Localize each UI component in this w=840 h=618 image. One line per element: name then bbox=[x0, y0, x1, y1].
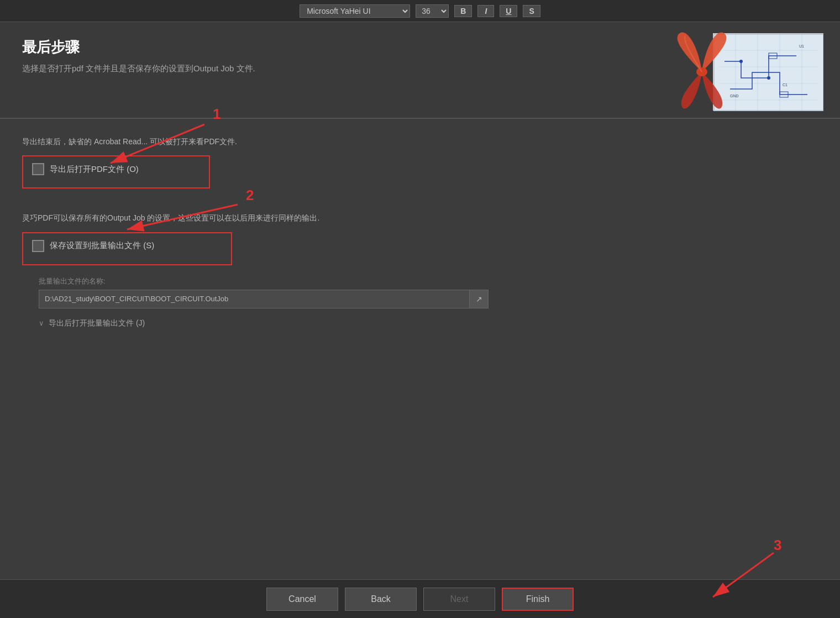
open-outjob-row: ∨ 导出后打开批量输出文件 (J) bbox=[39, 318, 818, 328]
cancel-button[interactable]: Cancel bbox=[266, 588, 338, 611]
save-outjob-row: 保存设置到批量输出文件 (S) bbox=[32, 240, 222, 252]
open-pdf-row: 导出后打开PDF文件 (O) bbox=[32, 163, 200, 175]
save-outjob-checkbox[interactable] bbox=[32, 240, 44, 252]
browse-icon: ↗ bbox=[476, 295, 482, 303]
svg-point-11 bbox=[739, 60, 743, 63]
chevron-right-icon: ∨ bbox=[39, 319, 44, 327]
file-path-input-row: ↗ bbox=[39, 290, 818, 308]
open-outjob-label: 导出后打开批量输出文件 (J) bbox=[49, 318, 145, 328]
strikethrough-button[interactable]: S bbox=[523, 5, 540, 17]
open-pdf-label: 导出后打开PDF文件 (O) bbox=[50, 164, 139, 175]
header-section: 最后步骤 选择是否打开pdf 文件并且是否保存你的设置到Output Job 文… bbox=[0, 22, 840, 119]
font-name-selector[interactable]: Microsoft YaHei UI bbox=[300, 4, 410, 18]
bold-button[interactable]: B bbox=[454, 5, 472, 17]
svg-point-12 bbox=[767, 76, 770, 80]
section2-description: 灵巧PDF可以保存所有的Output Job 的设置，这些设置可以在以后用来进行… bbox=[22, 212, 818, 224]
next-button: Next bbox=[423, 588, 495, 611]
font-size-selector[interactable]: 36 bbox=[416, 4, 449, 18]
section1-description: 导出结束后，缺省的 Acrobat Read... 可以被打开来看PDF文件. bbox=[22, 135, 818, 148]
open-pdf-checkbox[interactable] bbox=[32, 163, 44, 175]
file-browse-button[interactable]: ↗ bbox=[470, 290, 489, 308]
svg-text:U1: U1 bbox=[799, 44, 804, 48]
file-path-label: 批量输出文件的名称: bbox=[39, 276, 818, 286]
svg-text:3: 3 bbox=[774, 537, 781, 553]
save-outjob-checkbox-container: 保存设置到批量输出文件 (S) bbox=[22, 232, 232, 265]
file-path-section: 批量输出文件的名称: ↗ bbox=[39, 276, 818, 308]
main-content: 导出结束后，缺省的 Acrobat Read... 可以被打开来看PDF文件. … bbox=[0, 119, 840, 345]
open-pdf-checkbox-container: 导出后打开PDF文件 (O) bbox=[22, 155, 210, 188]
save-outjob-label: 保存设置到批量输出文件 (S) bbox=[50, 240, 154, 251]
top-toolbar: Microsoft YaHei UI 36 B I U S bbox=[0, 0, 840, 22]
svg-text:C1: C1 bbox=[783, 83, 788, 87]
file-path-input[interactable] bbox=[39, 290, 470, 308]
finish-button[interactable]: Finish bbox=[502, 588, 574, 611]
bottom-bar: Cancel Back Next Finish bbox=[0, 579, 840, 618]
header-decoration: U1 C1 GND bbox=[669, 28, 823, 113]
header-subtitle: 选择是否打开pdf 文件并且是否保存你的设置到Output Job 文件. bbox=[22, 62, 409, 75]
underline-button[interactable]: U bbox=[500, 5, 517, 17]
italic-button[interactable]: I bbox=[477, 5, 494, 17]
back-button[interactable]: Back bbox=[345, 588, 417, 611]
